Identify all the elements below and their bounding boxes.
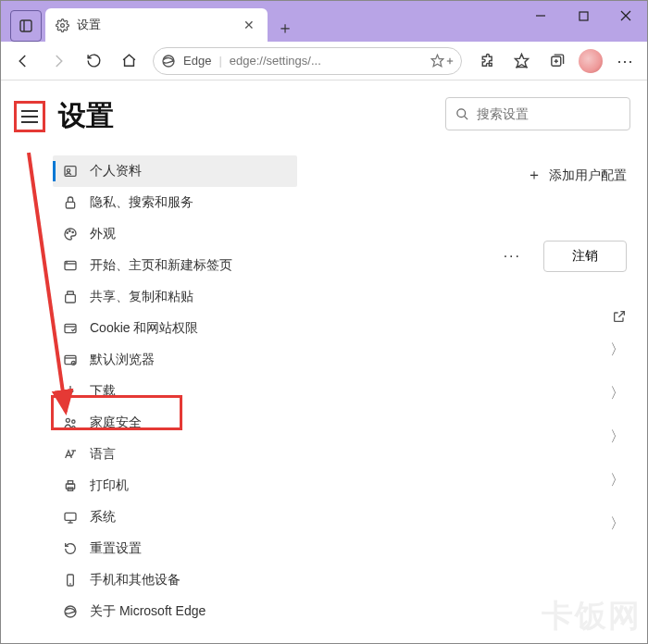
plus-icon: ＋	[527, 166, 542, 185]
nav-label: 共享、复制和粘贴	[90, 289, 193, 305]
nav-languages[interactable]: 语言	[53, 439, 297, 470]
minimize-button[interactable]	[519, 1, 562, 31]
svg-point-37	[72, 420, 75, 423]
profile-more-button[interactable]: ···	[494, 242, 530, 270]
nav-label: 外观	[90, 226, 116, 242]
nav-label: 手机和其他设备	[90, 572, 181, 588]
nav-cookies-permissions[interactable]: Cookie 和网站权限	[53, 313, 297, 344]
settings-search-input[interactable]	[477, 106, 639, 121]
svg-rect-21	[66, 202, 74, 208]
nav-reset-settings[interactable]: 重置设置	[53, 533, 297, 564]
svg-point-24	[72, 231, 73, 232]
chevron-right-icon[interactable]: 〉	[610, 341, 625, 360]
favorite-button[interactable]	[430, 54, 454, 68]
maximize-button[interactable]	[562, 1, 604, 31]
address-bar[interactable]: Edge | edge://settings/...	[153, 47, 462, 75]
tab-close-button[interactable]: ✕	[240, 18, 258, 32]
nav-label: 关于 Microsoft Edge	[90, 603, 206, 620]
nav-family-safety[interactable]: 家庭安全	[53, 407, 297, 439]
browser-tab[interactable]: 设置 ✕	[45, 8, 268, 42]
collections-button[interactable]	[540, 45, 573, 77]
nav-label: 语言	[90, 446, 116, 463]
svg-rect-30	[65, 324, 76, 332]
nav-system[interactable]: 系统	[53, 502, 297, 533]
nav-privacy[interactable]: 隐私、搜索和服务	[53, 187, 297, 218]
nav-label: 重置设置	[90, 540, 142, 557]
tab-strip: 设置 ✕ ＋	[1, 1, 299, 42]
annotation-hamburger-highlight	[14, 101, 45, 132]
nav-default-browser[interactable]: 默认浏览器	[53, 344, 297, 376]
add-profile-button[interactable]: ＋ 添加用户配置	[306, 166, 630, 185]
svg-rect-29	[66, 294, 76, 303]
svg-point-22	[67, 232, 68, 233]
nav-profile[interactable]: 个人资料	[53, 155, 297, 187]
chevron-right-icon[interactable]: 〉	[610, 427, 625, 447]
family-icon	[62, 415, 79, 431]
nav-label: 个人资料	[90, 163, 142, 180]
phone-icon	[62, 572, 79, 588]
profile-icon	[62, 163, 79, 180]
menu-button[interactable]: ⋯	[608, 45, 642, 77]
download-icon	[62, 383, 79, 400]
svg-point-27	[67, 262, 68, 263]
nav-label: 开始、主页和新建标签页	[90, 257, 232, 274]
nav-label: 隐私、搜索和服务	[90, 194, 193, 211]
nav-about-edge[interactable]: 关于 Microsoft Edge	[53, 596, 297, 627]
add-profile-label: 添加用户配置	[549, 167, 627, 184]
reset-icon	[62, 540, 79, 557]
settings-main: ＋ 添加用户配置 ··· 注销 〉 〉 〉 〉 〉	[306, 80, 647, 643]
svg-point-23	[69, 230, 70, 231]
gear-icon	[55, 18, 69, 32]
nav-share-copy-paste[interactable]: 共享、复制和粘贴	[53, 281, 297, 313]
search-icon	[455, 107, 469, 121]
chevron-right-icon[interactable]: 〉	[610, 384, 625, 403]
close-window-button[interactable]	[604, 1, 647, 31]
new-tab-button[interactable]: ＋	[271, 14, 299, 42]
svg-marker-11	[515, 54, 528, 67]
nav-label: 打印机	[90, 477, 129, 494]
nav-phone-devices[interactable]: 手机和其他设备	[53, 564, 297, 596]
share-icon	[62, 289, 79, 305]
content: 设置 个人资料 隐私、搜索和服务 外观 开始、主页和新建标签页 共享、复制和粘贴…	[1, 80, 647, 643]
refresh-button[interactable]	[77, 45, 110, 77]
logout-button[interactable]: 注销	[543, 241, 627, 272]
extensions-button[interactable]	[469, 45, 503, 77]
appearance-icon	[62, 226, 79, 242]
browser-window: 设置 ✕ ＋ Edge | edge://settings/...	[0, 0, 648, 644]
page-title: 设置	[58, 97, 114, 135]
nav-appearance[interactable]: 外观	[53, 218, 297, 250]
settings-sidebar: 设置 个人资料 隐私、搜索和服务 外观 开始、主页和新建标签页 共享、复制和粘贴…	[1, 80, 306, 643]
nav-label: 默认浏览器	[90, 352, 155, 368]
chevron-right-icon[interactable]: 〉	[610, 514, 625, 534]
system-icon	[62, 509, 79, 526]
svg-marker-8	[431, 55, 443, 67]
favorites-button[interactable]	[505, 45, 538, 77]
svg-rect-40	[68, 481, 72, 484]
nav-start-home-newtab[interactable]: 开始、主页和新建标签页	[53, 250, 297, 281]
edge-icon	[161, 54, 176, 68]
open-external-icon[interactable]	[306, 309, 630, 324]
browser-icon	[62, 352, 79, 368]
separator: |	[218, 54, 221, 68]
address-url: edge://settings/...	[230, 54, 423, 68]
edge-icon	[62, 603, 79, 620]
settings-search[interactable]	[445, 97, 630, 130]
tab-actions-button[interactable]	[10, 10, 42, 42]
settings-nav: 个人资料 隐私、搜索和服务 外观 开始、主页和新建标签页 共享、复制和粘贴 Co…	[1, 155, 306, 627]
tab-title: 设置	[77, 17, 232, 33]
back-button[interactable]	[6, 45, 40, 77]
nav-downloads[interactable]: 下载	[53, 376, 297, 407]
section-chevrons: 〉 〉 〉 〉 〉	[306, 341, 630, 534]
profile-avatar[interactable]	[579, 49, 603, 73]
nav-printers[interactable]: 打印机	[53, 470, 297, 502]
svg-point-2	[60, 23, 64, 27]
chevron-right-icon[interactable]: 〉	[610, 471, 625, 490]
forward-button[interactable]	[42, 45, 75, 77]
nav-label: 下载	[90, 383, 116, 400]
toolbar: Edge | edge://settings/... ⋯	[1, 42, 647, 80]
svg-line-50	[464, 116, 467, 119]
nav-label: 系统	[90, 509, 116, 526]
home-button[interactable]	[112, 45, 145, 77]
nav-label: Cookie 和网站权限	[90, 320, 198, 337]
settings-menu-button[interactable]	[20, 109, 39, 124]
